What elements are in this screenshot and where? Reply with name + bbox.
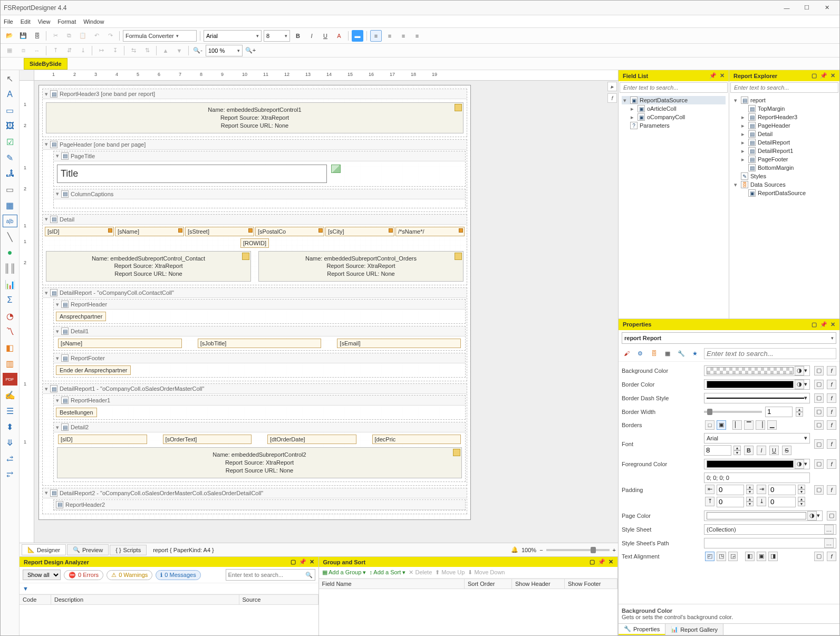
- d2-decprice[interactable]: [decPric: [372, 435, 461, 444]
- panel-pin-icon[interactable]: 📌: [820, 321, 827, 328]
- band-detailreport1[interactable]: ▾▤ DetailReport1 - "oCompanyColl.oSalesO…: [43, 384, 467, 394]
- analyzer-col-source[interactable]: Source: [239, 595, 318, 604]
- panel-dock-icon[interactable]: ▢: [291, 558, 296, 565]
- d2-sid[interactable]: [sID]: [58, 435, 147, 444]
- panel-pin-icon[interactable]: 📌: [299, 558, 306, 565]
- label-tool-icon[interactable]: A: [3, 88, 17, 101]
- title-control[interactable]: Title: [57, 165, 327, 183]
- menu-window[interactable]: Window: [83, 18, 104, 25]
- field-spostal[interactable]: [sPostalCo: [255, 227, 324, 236]
- gauge-tool-icon[interactable]: ◔: [3, 310, 17, 322]
- textbox-tool-icon[interactable]: ✎: [3, 151, 17, 164]
- ta-mr-icon[interactable]: ◨: [768, 552, 778, 561]
- d2-orderdate[interactable]: [dtOrderDate]: [267, 435, 356, 444]
- align-bot-icon[interactable]: ⤓: [77, 45, 89, 56]
- subreport-control-1[interactable]: Name: embeddedSubreportControl1 Report S…: [46, 102, 464, 133]
- field-scity[interactable]: [sCity]: [325, 227, 394, 236]
- grid-icon[interactable]: ▦: [4, 45, 15, 56]
- subband-reportheader1[interactable]: ▾▤ReportHeader1: [54, 396, 465, 406]
- save-all-icon[interactable]: 🗄: [31, 30, 43, 42]
- minimize-button[interactable]: —: [777, 2, 796, 14]
- borderwidth-spinner[interactable]: ▲▼: [796, 407, 803, 417]
- align-left-icon[interactable]: ≡: [370, 30, 382, 42]
- tab-report-gallery[interactable]: 📊Report Gallery: [665, 624, 723, 635]
- fieldlist-parameters[interactable]: ?Parameters: [622, 121, 726, 130]
- reset-icon[interactable]: ▢: [814, 366, 824, 375]
- pad-top-input[interactable]: [717, 497, 744, 507]
- analyzer-filter-select[interactable]: Show all: [23, 570, 61, 580]
- zoom-combo[interactable]: ▾: [206, 45, 243, 56]
- maximize-button[interactable]: ☐: [797, 2, 816, 14]
- prop-underline-icon[interactable]: U: [769, 446, 779, 455]
- subreport-control-2[interactable]: Name: embeddedSubreportControl2 Report S…: [57, 447, 462, 478]
- richtext-tool-icon[interactable]: ▭: [3, 104, 17, 117]
- subband-reportfooter[interactable]: ▾▤ReportFooter: [54, 353, 465, 363]
- band-reportheader3[interactable]: ▾ ▤ ReportHeader3 [one band per report]: [43, 89, 467, 99]
- menu-edit[interactable]: Edit: [21, 18, 31, 25]
- explorer-topmargin[interactable]: ▤TopMargin: [732, 104, 836, 113]
- field-sname-comment[interactable]: /*sName*/: [395, 227, 465, 236]
- toc-tool-icon[interactable]: ☰: [3, 404, 17, 417]
- prop-wrench-icon[interactable]: 🔧: [677, 349, 686, 358]
- prop-brush-icon[interactable]: 🖌: [622, 349, 631, 358]
- dist-h-icon[interactable]: ⇆: [128, 45, 139, 56]
- label-bestellungen[interactable]: Bestellungen: [56, 408, 97, 417]
- smart-tag-icon[interactable]: [455, 253, 462, 260]
- char-tool-icon[interactable]: a|b: [3, 215, 17, 227]
- prop-strike-icon[interactable]: S: [782, 446, 791, 455]
- fieldlist-root[interactable]: ▾▣ReportDataSource: [622, 96, 726, 104]
- prop-borderwidth-slider[interactable]: [704, 411, 762, 413]
- zoom-out-icon[interactable]: 🔍-: [192, 45, 204, 56]
- pivot-tool-icon[interactable]: ◧: [3, 341, 17, 354]
- smart-tag-icon[interactable]: [453, 449, 460, 456]
- redo-icon[interactable]: ↷: [104, 30, 116, 42]
- analyzer-search-input[interactable]: [228, 572, 303, 578]
- pad-right-input[interactable]: [768, 485, 796, 495]
- gs-col-order[interactable]: Sort Order: [465, 579, 512, 589]
- field-sid[interactable]: [sID]: [45, 227, 114, 236]
- save-icon[interactable]: 💾: [17, 30, 29, 42]
- label-ende-ansprechpartner[interactable]: Ende der Ansprechpartner: [56, 365, 131, 375]
- ta-tr-icon[interactable]: ◲: [728, 552, 738, 561]
- bold-icon[interactable]: B: [292, 30, 304, 42]
- gs-col-showhdr[interactable]: Show Header: [512, 579, 565, 589]
- subreport-orders[interactable]: Name: embeddedSubreportControl_Orders Re…: [258, 251, 464, 282]
- open-icon[interactable]: 📂: [4, 30, 15, 42]
- zoom-in-icon[interactable]: 🔍+: [245, 45, 256, 56]
- prop-italic-icon[interactable]: I: [757, 446, 766, 455]
- tab-preview[interactable]: 🔍Preview: [67, 544, 109, 555]
- tab-sidebyside[interactable]: SideBySide: [24, 58, 67, 70]
- shape-tool-icon[interactable]: ●: [3, 246, 17, 259]
- font-name-combo[interactable]: ▾: [204, 30, 262, 42]
- field-rowid[interactable]: [ROWID]: [240, 238, 269, 248]
- panel-dock-icon[interactable]: ▢: [812, 321, 817, 328]
- pagebreak-tool-icon[interactable]: ⤋: [3, 436, 17, 449]
- prop-layout-icon[interactable]: ▦: [663, 349, 672, 358]
- barcode-tool-icon[interactable]: ║║: [3, 262, 17, 275]
- explorer-search-input[interactable]: [730, 82, 838, 93]
- subband-reportheader2[interactable]: ▤ReportHeader2: [54, 500, 465, 510]
- warnings-pill[interactable]: ⚠0 Warnings: [107, 570, 152, 580]
- prop-bold-icon[interactable]: B: [744, 446, 754, 455]
- align-center-icon[interactable]: ≡: [384, 30, 395, 42]
- align-right-icon[interactable]: ≡: [398, 30, 409, 42]
- messages-pill[interactable]: ℹ0 Messages: [156, 570, 200, 580]
- smart-tag-icon[interactable]: [455, 104, 462, 111]
- subband-columncaptions[interactable]: ▾▤ ColumnCaptions: [54, 189, 465, 199]
- fontsize-spinner[interactable]: ▲▼: [733, 446, 741, 455]
- d1-email[interactable]: [sEmail]: [337, 339, 461, 348]
- field-sname[interactable]: [sName]: [115, 227, 184, 236]
- border-left-icon[interactable]: ▏: [732, 420, 742, 430]
- sigma-tool-icon[interactable]: Σ: [3, 294, 17, 306]
- analyzer-col-desc[interactable]: Description: [51, 595, 239, 604]
- gs-col-field[interactable]: Field Name: [319, 579, 465, 589]
- d2-ordertext[interactable]: [sOrderText]: [163, 435, 252, 444]
- color-picker-icon[interactable]: ◑: [795, 366, 804, 375]
- prop-pagecolor-value[interactable]: ◑▾: [704, 510, 823, 521]
- zoom-plus-icon[interactable]: +: [613, 547, 616, 553]
- border-bottom-icon[interactable]: ▁: [767, 420, 777, 430]
- explorer-bottommargin[interactable]: ▤BottomMargin: [732, 163, 836, 172]
- size-w-icon[interactable]: ↦: [95, 45, 107, 56]
- menu-format[interactable]: Format: [57, 18, 76, 25]
- errors-pill[interactable]: ⛔0 Errors: [64, 570, 103, 580]
